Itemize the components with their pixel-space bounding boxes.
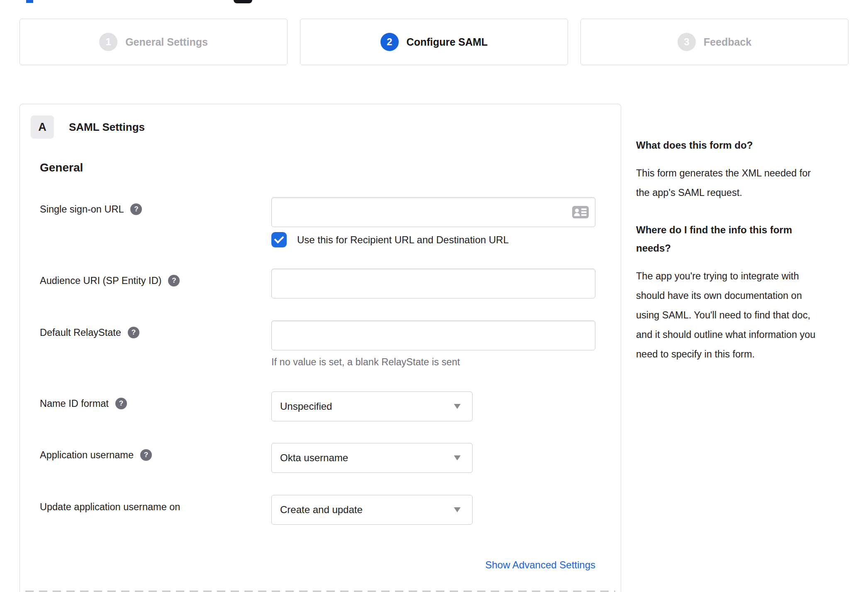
- audience-uri-input[interactable]: [271, 269, 595, 298]
- name-id-format-value: Unspecified: [280, 401, 332, 412]
- section-title: SAML Settings: [69, 121, 145, 134]
- help-icon[interactable]: ?: [115, 398, 127, 409]
- cropped-header-fragment-blue: [26, 0, 33, 3]
- saml-settings-panel: A SAML Settings General Single sign-on U…: [20, 104, 621, 592]
- show-advanced-settings-link[interactable]: Show Advanced Settings: [485, 559, 595, 570]
- help-question-1: What does this form do?: [636, 136, 826, 154]
- audience-uri-input-wrap: [271, 269, 595, 298]
- wizard-stepper: 1 General Settings 2 Configure SAML 3 Fe…: [20, 19, 848, 65]
- section-a-badge: A: [31, 115, 54, 139]
- relay-state-row: Default RelayState ?: [40, 320, 621, 350]
- relay-state-label-cell: Default RelayState ?: [40, 320, 271, 338]
- update-username-select[interactable]: Create and update: [271, 495, 473, 525]
- step-feedback[interactable]: 3 Feedback: [580, 19, 848, 65]
- main-content: A SAML Settings General Single sign-on U…: [20, 104, 868, 592]
- name-id-format-label: Name ID format: [40, 398, 109, 409]
- section-dashed-divider: [25, 591, 615, 592]
- contact-card-icon: [572, 206, 589, 218]
- recipient-url-checkbox[interactable]: [271, 232, 287, 247]
- help-question-2: Where do I find the info this form needs…: [636, 221, 826, 257]
- cropped-header-fragment-dark: [234, 0, 252, 3]
- advanced-settings-row: Show Advanced Settings: [40, 559, 595, 571]
- help-glyph: ?: [119, 399, 123, 408]
- application-username-row: Application username ? Okta username: [40, 443, 621, 473]
- name-id-format-label-cell: Name ID format ?: [40, 391, 271, 409]
- audience-uri-label: Audience URI (SP Entity ID): [40, 275, 161, 286]
- step-1-number-badge: 1: [99, 33, 117, 51]
- recipient-url-checkbox-row: Use this for Recipient URL and Destinati…: [271, 232, 621, 247]
- application-username-label-cell: Application username ?: [40, 443, 271, 461]
- help-glyph: ?: [132, 328, 136, 337]
- step-general-settings[interactable]: 1 General Settings: [20, 19, 288, 65]
- relay-state-label: Default RelayState: [40, 327, 121, 338]
- help-answer-2: The app you're trying to integrate with …: [636, 267, 824, 364]
- chevron-down-icon: [454, 455, 461, 460]
- relay-state-input[interactable]: [271, 320, 595, 350]
- step-2-number-badge: 2: [380, 33, 399, 51]
- help-answer-1: This form generates the XML needed for t…: [636, 164, 824, 203]
- recipient-url-checkbox-label: Use this for Recipient URL and Destinati…: [297, 234, 509, 246]
- update-username-row: Update application username on Create an…: [40, 495, 621, 525]
- sso-url-label-cell: Single sign-on URL ?: [40, 197, 271, 215]
- application-username-value: Okta username: [280, 452, 348, 464]
- sso-url-label: Single sign-on URL: [40, 203, 124, 215]
- section-header: A SAML Settings: [31, 115, 621, 139]
- help-glyph: ?: [172, 276, 176, 285]
- help-icon[interactable]: ?: [130, 203, 142, 215]
- application-username-select[interactable]: Okta username: [271, 443, 473, 473]
- sso-url-input-wrap: [271, 197, 595, 227]
- help-glyph: ?: [144, 451, 148, 459]
- relay-state-hint: If no value is set, a blank RelayState i…: [271, 356, 621, 368]
- step-1-label: General Settings: [125, 36, 208, 48]
- update-username-value: Create and update: [280, 504, 363, 516]
- help-icon[interactable]: ?: [168, 275, 180, 286]
- audience-uri-row: Audience URI (SP Entity ID) ?: [40, 269, 621, 298]
- help-glyph: ?: [134, 205, 138, 213]
- help-icon[interactable]: ?: [128, 327, 139, 338]
- update-username-label-cell: Update application username on: [40, 495, 271, 513]
- application-username-label: Application username: [40, 449, 134, 461]
- name-id-format-row: Name ID format ? Unspecified: [40, 391, 621, 421]
- update-username-label: Update application username on: [40, 501, 180, 513]
- sso-url-row: Single sign-on URL ?: [40, 197, 621, 227]
- help-icon[interactable]: ?: [140, 449, 152, 461]
- name-id-format-select[interactable]: Unspecified: [271, 391, 473, 421]
- audience-uri-label-cell: Audience URI (SP Entity ID) ?: [40, 269, 271, 286]
- chevron-down-icon: [454, 507, 461, 512]
- step-2-label: Configure SAML: [407, 36, 488, 48]
- step-3-number-badge: 3: [678, 33, 696, 51]
- chevron-down-icon: [454, 404, 461, 409]
- step-configure-saml[interactable]: 2 Configure SAML: [300, 19, 568, 65]
- step-3-label: Feedback: [704, 36, 751, 48]
- general-group-heading: General: [40, 161, 621, 174]
- relay-state-input-wrap: [271, 320, 595, 350]
- sso-url-input[interactable]: [271, 197, 595, 227]
- help-sidebar: What does this form do? This form genera…: [636, 104, 848, 382]
